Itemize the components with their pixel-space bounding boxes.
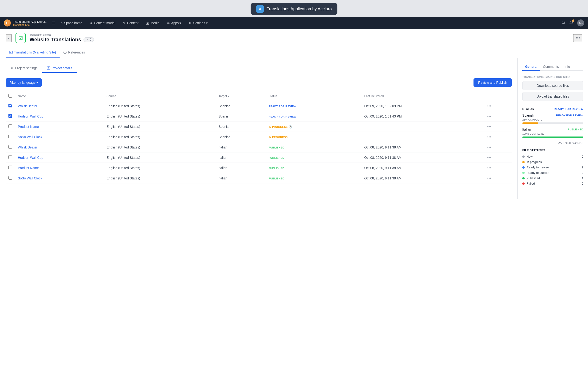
entry-link-1[interactable]: Hudson Wall Cup: [18, 114, 43, 118]
table-row: Hudson Wall CupEnglish (United States)It…: [6, 152, 512, 163]
row-last-delivered: Oct 08, 2020, 9:11:38 AM: [362, 142, 484, 152]
data-table: Name Source Target ▾ Status Last Deliver…: [6, 91, 512, 183]
row-target: Italian: [216, 152, 266, 163]
back-button[interactable]: ‹: [6, 34, 12, 42]
status-badge: READY FOR REVIEW: [268, 105, 296, 108]
entry-link-6[interactable]: Product Name: [18, 166, 39, 170]
row-menu-button[interactable]: •••: [487, 166, 491, 170]
review-publish-button[interactable]: Review and Publish: [474, 78, 512, 87]
sidebar-tab-info[interactable]: Info: [562, 63, 573, 71]
notification-badge: [572, 20, 574, 22]
sidebar-tab-general[interactable]: General: [522, 63, 540, 71]
file-status-row: Ready for review2: [522, 165, 583, 169]
spanish-status: READY FOR REVIEW: [556, 114, 583, 117]
file-status-label: Ready to publish: [526, 171, 549, 175]
file-status-count: 0: [582, 155, 583, 158]
status-dot: [522, 166, 525, 169]
project-header: ‹ Translation project Website Translatio…: [0, 29, 588, 47]
tab-references[interactable]: References: [60, 47, 89, 58]
upload-translated-button[interactable]: Upload translated files: [522, 92, 583, 101]
file-status-row: In progress2: [522, 160, 583, 164]
table-row: SoSo Wall ClockEnglish (United States)It…: [6, 173, 512, 183]
col-target[interactable]: Target ▾: [216, 91, 266, 101]
row-last-delivered: [362, 132, 484, 142]
link-badge: 0: [84, 37, 94, 42]
svg-line-1: [564, 23, 565, 24]
entry-link-5[interactable]: Hudson Wall Cup: [18, 156, 43, 160]
status-value: READY FOR REVIEW: [554, 107, 583, 111]
nav-item-settings[interactable]: ⚙ Settings ▾: [185, 19, 211, 27]
row-source: English (United States): [104, 101, 216, 111]
settings-icon: ⚙: [189, 21, 192, 25]
row-checkbox-4[interactable]: [8, 145, 12, 149]
project-title: Website Translations 0: [30, 37, 569, 43]
table-row: Product NameEnglish (United States)Spani…: [6, 122, 512, 132]
row-menu-button[interactable]: •••: [487, 104, 491, 108]
row-checkbox-3[interactable]: [8, 135, 12, 138]
language-block-italian: Italian PUBLISHED 100% COMPLETE: [522, 128, 583, 138]
row-menu-button[interactable]: •••: [487, 114, 491, 118]
download-source-button[interactable]: Download source files: [522, 81, 583, 90]
sidebar-tab-comments[interactable]: Comments: [540, 63, 562, 71]
row-source: English (United States): [104, 173, 216, 183]
file-status-count: 2: [582, 165, 583, 169]
nav-item-content[interactable]: ✎ Content: [119, 19, 142, 27]
row-menu-button[interactable]: •••: [487, 124, 491, 128]
brand-sub: Marketing Site: [13, 23, 47, 26]
entry-link-2[interactable]: Product Name: [18, 125, 39, 128]
content-icon: ✎: [123, 21, 126, 25]
row-source: English (United States): [104, 132, 216, 142]
row-checkbox-0[interactable]: [8, 104, 12, 107]
italian-percent: 100% COMPLETE: [522, 132, 583, 135]
link-count: 0: [90, 38, 91, 41]
brand-logo: C: [4, 20, 11, 26]
entry-link-0[interactable]: Whisk Beater: [18, 104, 37, 108]
tab-translations[interactable]: Translations (Marketing Site): [6, 47, 60, 58]
row-checkbox-2[interactable]: [8, 124, 12, 128]
nav-item-space-home[interactable]: ⌂ Space home: [57, 19, 86, 27]
project-info: Translation project Website Translations…: [30, 33, 569, 43]
row-menu-button[interactable]: •••: [487, 156, 491, 160]
project-more-button[interactable]: •••: [573, 34, 582, 42]
sub-tab-project-settings[interactable]: Project settings: [6, 64, 42, 73]
row-menu-button[interactable]: •••: [487, 135, 491, 139]
nav-label-content: Content: [127, 21, 138, 25]
row-checkbox-7[interactable]: [8, 176, 12, 180]
sidebar-section-title: TRANSLATIONS (MARKETING SITE): [522, 76, 583, 78]
italian-progress-bar: [522, 137, 583, 138]
row-source: English (United States): [104, 142, 216, 152]
file-statuses: FILE STATUSES New0In progress2Ready for …: [522, 149, 583, 185]
col-source: Source: [104, 91, 216, 101]
table-row: Hudson Wall CupEnglish (United States)Sp…: [6, 111, 512, 122]
select-all-checkbox[interactable]: [8, 94, 12, 98]
status-section: STATUS READY FOR REVIEW Spanish READY FO…: [522, 107, 583, 145]
notifications-button[interactable]: [569, 20, 573, 26]
entry-link-3[interactable]: SoSo Wall Clock: [18, 135, 42, 139]
review-publish-label: Review and Publish: [478, 81, 507, 84]
sub-tab-project-details[interactable]: Project details: [42, 64, 77, 73]
row-checkbox-5[interactable]: [8, 155, 12, 159]
apps-icon: ⊕: [167, 21, 170, 25]
nav-item-apps[interactable]: ⊕ Apps ▾: [163, 19, 185, 27]
nav-item-content-model[interactable]: ◈ Content model: [86, 19, 119, 27]
status-dot: [522, 183, 525, 185]
file-status-row: Failed0: [522, 182, 583, 185]
entry-link-4[interactable]: Whisk Beater: [18, 145, 37, 149]
row-menu-button[interactable]: •••: [487, 176, 491, 180]
row-menu-button[interactable]: •••: [487, 145, 491, 149]
content-model-icon: ◈: [90, 21, 92, 25]
filter-language-button[interactable]: Filter by language ▾: [6, 78, 42, 87]
table-row: Whisk BeaterEnglish (United States)Spani…: [6, 101, 512, 111]
search-button[interactable]: [561, 20, 566, 26]
hamburger-icon[interactable]: ☰: [50, 19, 57, 27]
brand-text: Translations-App-Devel... Marketing Site: [13, 20, 47, 26]
file-status-row: Published4: [522, 176, 583, 180]
row-checkbox-1[interactable]: [8, 114, 12, 118]
row-checkbox-6[interactable]: [8, 165, 12, 169]
nav-label-content-model: Content model: [94, 21, 115, 25]
entry-link-7[interactable]: SoSo Wall Clock: [18, 176, 42, 180]
nav-item-media[interactable]: ▣ Media: [142, 19, 163, 27]
user-avatar[interactable]: AB: [577, 20, 584, 26]
tab-references-label: References: [68, 50, 85, 54]
app-title-text: Translations Application by Acclaro: [267, 7, 332, 12]
